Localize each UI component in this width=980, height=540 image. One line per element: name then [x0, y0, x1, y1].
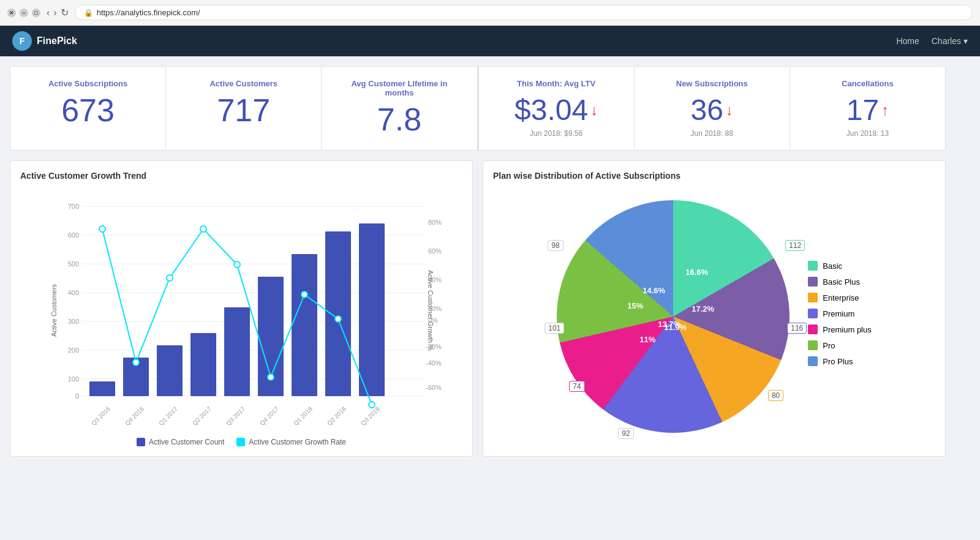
legend-enterprise-label: Enterprise	[823, 293, 859, 302]
pie-legend: Basic Basic Plus Enterprise Premium	[808, 261, 871, 372]
legend-proplus-label: Pro Plus	[823, 357, 853, 366]
pie-pct-premium: 17.2%	[692, 304, 714, 313]
svg-point-51	[335, 316, 341, 322]
legend-premiumplus-color	[808, 324, 818, 334]
stat-avg-lifetime: Avg Customer Lifetime in months 7.8	[322, 67, 477, 150]
legend-count: Active Customer Count	[137, 438, 224, 446]
home-link[interactable]: Home	[896, 36, 919, 46]
svg-text:500: 500	[68, 260, 79, 268]
legend-proplus-color	[808, 356, 818, 366]
browser-url: https://analytics.finepick.com/	[97, 8, 200, 17]
legend-basicplus-label: Basic Plus	[823, 277, 860, 287]
svg-text:Q3 2018: Q3 2018	[360, 405, 381, 427]
stat-cancellations: Cancellations 17 ↑ Jun 2018: 13	[790, 67, 945, 150]
svg-text:Q3 2016: Q3 2016	[90, 405, 111, 427]
window-maximize-btn[interactable]: □	[32, 9, 40, 17]
svg-point-48	[234, 261, 240, 268]
cancellations-title: Cancellations	[805, 79, 930, 88]
cancellations-sub: Jun 2018: 13	[805, 129, 930, 138]
svg-text:-60%: -60%	[426, 384, 442, 391]
stat-active-subscriptions: Active Subscriptions 673	[10, 67, 166, 150]
new-subscriptions-value: 36 ↓	[649, 93, 775, 127]
secure-icon: 🔒	[84, 9, 93, 17]
svg-rect-29	[190, 333, 216, 396]
svg-text:Q2 2017: Q2 2017	[191, 405, 213, 427]
svg-text:60%: 60%	[428, 247, 442, 255]
legend-pro-color	[808, 340, 818, 350]
svg-text:-40%: -40%	[426, 359, 442, 367]
pie-pct-basicplus: 14.6%	[643, 286, 665, 295]
svg-text:20%: 20%	[428, 305, 442, 312]
svg-rect-32	[292, 254, 317, 396]
user-menu[interactable]: Charles ▾	[932, 36, 968, 46]
svg-rect-30	[224, 307, 250, 396]
legend-count-label: Active Customer Count	[149, 438, 224, 446]
legend-pro-label: Pro	[823, 341, 835, 350]
growth-trend-card: Active Customer Growth Trend Active Cust…	[10, 160, 473, 457]
stats-row: Active Subscriptions 673 Active Customer…	[10, 66, 946, 151]
svg-text:Q1 2018: Q1 2018	[292, 405, 314, 427]
pie-chart-visual	[557, 200, 790, 433]
legend-premium-color	[808, 309, 818, 318]
svg-text:Q4 2016: Q4 2016	[124, 405, 145, 427]
svg-rect-28	[157, 345, 183, 396]
legend-rate: Active Customer Growth Rate	[236, 438, 346, 446]
svg-text:Q4 2017: Q4 2017	[258, 405, 280, 427]
svg-text:Q3 2017: Q3 2017	[225, 405, 246, 427]
cancellations-value: 17 ↑	[805, 93, 930, 127]
browser-chrome: ✕ – □ ‹ › ↻ 🔒 https://analytics.finepick…	[0, 0, 980, 26]
charts-row: Active Customer Growth Trend Active Cust…	[10, 160, 946, 457]
stat-new-subscriptions: New Subscriptions 36 ↓ Jun 2018: 88	[635, 67, 790, 150]
svg-text:80%: 80%	[428, 219, 442, 226]
legend-rate-label: Active Customer Growth Rate	[249, 438, 346, 446]
legend-premiumplus-label: Premium plus	[823, 325, 871, 334]
growth-trend-title: Active Customer Growth Trend	[20, 171, 462, 181]
window-close-btn[interactable]: ✕	[7, 9, 16, 17]
legend-enterprise: Enterprise	[808, 293, 871, 302]
svg-point-49	[268, 374, 274, 380]
browser-back-btn[interactable]: ‹	[47, 7, 50, 18]
legend-count-color	[137, 438, 145, 446]
growth-chart-svg: Active Customers Active Customer Growth …	[20, 188, 462, 433]
legend-premium-label: Premium	[823, 309, 854, 318]
svg-rect-33	[325, 231, 351, 396]
logo-text: FinePick	[37, 36, 77, 47]
svg-text:Q1 2017: Q1 2017	[157, 405, 179, 427]
avg-ltv-title: This Month: Avg LTV	[494, 79, 619, 88]
svg-text:600: 600	[68, 231, 79, 239]
browser-window-controls: ✕ – □	[7, 9, 40, 17]
legend-premium: Premium	[808, 309, 871, 318]
avg-ltv-sub: Jun 2018: $9.56	[494, 129, 619, 138]
browser-refresh-btn[interactable]: ↻	[61, 7, 69, 18]
pie-label-premiumplus: 74	[569, 381, 584, 392]
main-content: Active Subscriptions 673 Active Customer…	[0, 56, 956, 467]
window-minimize-btn[interactable]: –	[20, 9, 28, 17]
svg-text:400: 400	[68, 289, 79, 296]
legend-rate-color	[236, 438, 245, 446]
legend-pro: Pro	[808, 340, 871, 350]
avg-lifetime-value: 7.8	[336, 102, 462, 137]
svg-point-50	[301, 291, 307, 298]
new-subscriptions-sub: Jun 2018: 88	[649, 129, 775, 138]
active-customers-value: 717	[181, 93, 306, 128]
pie-label-enterprise: 80	[768, 390, 783, 401]
active-customers-title: Active Customers	[181, 79, 306, 88]
legend-enterprise-color	[808, 293, 818, 302]
logo-area: F FinePick	[12, 31, 77, 51]
pie-label-basicplus: 98	[548, 240, 563, 251]
avg-ltv-arrow: ↓	[590, 102, 598, 119]
pie-label-pro: 101	[545, 323, 564, 334]
pie-label-basic: 112	[785, 240, 805, 251]
pie-label-proplus: 92	[618, 428, 633, 439]
svg-text:100: 100	[68, 375, 79, 383]
browser-forward-btn[interactable]: ›	[53, 7, 56, 18]
top-navigation: F FinePick Home Charles ▾	[0, 26, 980, 56]
browser-address-bar[interactable]: 🔒 https://analytics.finepick.com/	[75, 5, 973, 20]
svg-text:0%: 0%	[428, 317, 438, 324]
active-subscriptions-value: 673	[25, 93, 151, 128]
new-subscriptions-arrow: ↓	[726, 102, 733, 119]
pie-label-premium: 116	[787, 323, 807, 334]
legend-basicplus-color	[808, 277, 818, 287]
cancellations-arrow: ↑	[881, 102, 889, 119]
legend-basic-label: Basic	[823, 261, 842, 271]
